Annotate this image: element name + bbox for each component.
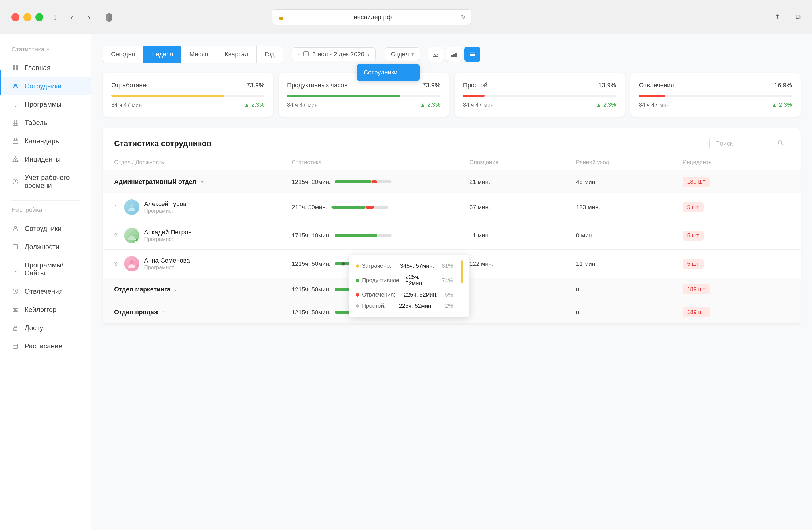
new-tab-icon[interactable]: + <box>786 13 790 21</box>
maximize-button[interactable] <box>35 13 43 21</box>
stat-idle-time: 84 ч 47 мин <box>463 102 494 108</box>
table-title: Статистика сотрудников <box>114 139 211 148</box>
sidebar-item-employees[interactable]: Сотрудники <box>0 77 91 95</box>
sidebar-item-tabel[interactable]: Табель <box>0 114 91 132</box>
emp-row-2[interactable]: 2 Аркадий Петров Програмист <box>103 222 801 250</box>
stat-idle-pct: 13.9% <box>598 82 616 89</box>
period-week[interactable]: Неделя <box>143 46 182 62</box>
svg-rect-35 <box>16 309 17 310</box>
stat-dist-time: 84 ч 47 мин <box>639 102 670 108</box>
keylogger-icon <box>11 306 19 313</box>
sidebar-toggle-icon[interactable]: ▯ <box>49 11 60 23</box>
traffic-lights <box>11 13 43 21</box>
sidebar-item-employees-settings[interactable]: Сотрудники <box>0 220 91 238</box>
sidebar-item-distractions[interactable]: Отвлечения <box>0 282 91 301</box>
sidebar-item-schedule[interactable]: Расписание <box>0 337 91 355</box>
dept-marketing-name: Отдел маркетинга › <box>114 286 292 293</box>
refresh-icon[interactable]: ↻ <box>461 14 465 20</box>
search-icon[interactable] <box>778 140 783 147</box>
minimize-button[interactable] <box>24 13 31 21</box>
shield-icon <box>100 13 117 22</box>
period-quarter[interactable]: Квартал <box>216 46 257 62</box>
sidebar-item-distractions-label: Отвлечения <box>25 288 63 295</box>
sidebar-item-access[interactable]: Доступ <box>0 319 91 337</box>
tooltip-dot-2 <box>356 293 359 296</box>
search-placeholder: Поиск <box>715 140 733 147</box>
date-next-icon[interactable]: › <box>368 51 370 58</box>
programs-icon <box>11 100 19 109</box>
sidebar-item-worktime[interactable]: Учет рабочего времени <box>0 168 91 195</box>
back-icon[interactable]: ‹ <box>66 11 77 23</box>
settings-chevron-icon: › <box>44 207 46 213</box>
dept-select[interactable]: Отдел ▾ Сотрудники <box>385 47 420 61</box>
tabs-icon[interactable]: ⧉ <box>796 13 801 21</box>
emp-3-info: Анна Семенова Програмист <box>124 256 190 271</box>
emp-1-late: 67 мин. <box>469 204 576 211</box>
schedule-icon <box>11 342 19 350</box>
sidebar-item-access-label: Доступ <box>25 324 47 332</box>
svg-rect-39 <box>13 344 18 348</box>
tooltip-row-2: Отвлечения: 225ч. 52мин. 5% <box>356 289 453 300</box>
svg-point-22 <box>14 226 16 228</box>
period-month[interactable]: Месяц <box>182 46 216 62</box>
stat-productive-bar <box>287 95 440 97</box>
chart-button[interactable] <box>446 46 462 62</box>
svg-rect-34 <box>15 309 16 310</box>
positions-icon <box>11 243 19 251</box>
emp-1-stats: 215ч. 50мин. <box>292 204 469 211</box>
up-arrow-icon-3: ▲ <box>596 102 601 108</box>
dept-admin-early: 48 мин. <box>576 178 683 185</box>
sidebar-item-positions[interactable]: Должности <box>0 238 91 256</box>
svg-point-54 <box>130 204 134 208</box>
close-button[interactable] <box>11 13 19 21</box>
dept-sales-name: Отдел продаж › <box>114 308 292 316</box>
stat-productive-change: ▲ 2.3% <box>420 102 440 108</box>
emp-row-1[interactable]: 1 Алексей Гуров Програмист <box>103 193 801 222</box>
sidebar-item-home[interactable]: Главная <box>0 59 91 77</box>
sidebar-item-incidents[interactable]: Инциденты <box>0 150 91 168</box>
emp-1-incidents: 5 шт <box>682 203 789 212</box>
date-prev-icon[interactable]: ‹ <box>298 51 300 58</box>
forward-icon[interactable]: › <box>83 11 95 23</box>
col-late: Опоздания <box>469 159 576 166</box>
dept-admin-name: Административный отдел ▾ <box>114 178 292 185</box>
access-icon <box>11 324 19 332</box>
share-icon[interactable]: ⬆ <box>774 13 780 21</box>
sidebar-item-calendar[interactable]: Календарь <box>0 132 91 150</box>
period-buttons: Сегодня Неделя Месяц Квартал Год <box>103 46 283 63</box>
sidebar-item-programs-label: Программы <box>25 100 62 109</box>
period-year[interactable]: Год <box>257 46 282 62</box>
stat-worked-title: Отработанно <box>111 82 150 89</box>
worktime-icon <box>11 178 19 185</box>
dropdown-item-employees[interactable]: Сотрудники <box>357 64 420 81</box>
app-container: Статистика ▾ Главная Сотрудник <box>0 34 812 530</box>
sidebar-item-programs-sites[interactable]: Программы/Сайты <box>0 256 91 282</box>
dept-admin-incidents: 189 шт <box>682 177 789 187</box>
emp-1-info: Алексей Гуров Програмист <box>124 199 187 215</box>
sidebar-item-keylogger[interactable]: Кейлоггер <box>0 301 91 319</box>
list-button[interactable] <box>464 46 480 62</box>
download-button[interactable] <box>428 46 444 62</box>
emp-1-details: Алексей Гуров Програмист <box>144 200 187 214</box>
tabel-icon <box>11 119 19 127</box>
calendar-icon <box>11 137 19 145</box>
sidebar-item-tabel-label: Табель <box>25 119 47 127</box>
tooltip-row-0: Затрачено: 345ч. 57мин. 81% <box>356 260 453 271</box>
period-today[interactable]: Сегодня <box>103 46 143 62</box>
svg-point-38 <box>15 329 16 330</box>
emp-1-early: 123 мин. <box>576 204 683 211</box>
date-navigator[interactable]: ‹ 3 ноя - 2 дек 2020 › <box>292 47 376 61</box>
lock-icon: 🔒 <box>278 14 284 20</box>
dept-dropdown: Сотрудники <box>357 64 420 81</box>
tooltip-rows: Затрачено: 345ч. 57мин. 81% Продуктивное… <box>356 260 453 311</box>
address-bar[interactable]: 🔒 инсайдер.рф ↻ <box>272 10 472 25</box>
stat-idle-bar <box>463 95 617 97</box>
search-box[interactable]: Поиск <box>709 137 789 150</box>
svg-rect-26 <box>13 267 18 271</box>
dept-select-label: Отдел <box>391 51 409 58</box>
sidebar-item-programs[interactable]: Программы <box>0 95 91 114</box>
dept-row-admin[interactable]: Административный отдел ▾ 1215ч. 20мин. 2… <box>103 170 801 193</box>
emp-row-3[interactable]: 3 Анна Семенова Програмист <box>103 250 801 278</box>
distractions-icon <box>11 288 19 295</box>
emp-3-info-cell: 3 Анна Семенова Програмист <box>114 256 292 271</box>
